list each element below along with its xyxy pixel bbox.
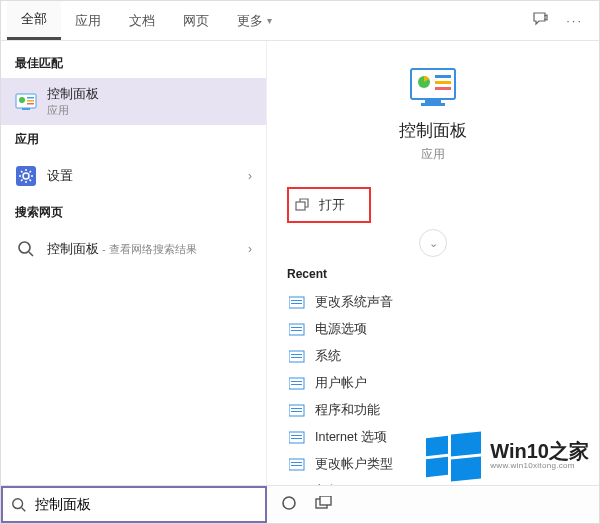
list-item[interactable]: 鼠标: [287, 478, 579, 485]
svg-rect-43: [291, 438, 302, 439]
recent-label: Recent: [287, 267, 579, 281]
svg-rect-28: [291, 303, 302, 304]
svg-rect-34: [291, 357, 302, 358]
svg-rect-33: [291, 354, 302, 355]
svg-rect-40: [291, 411, 302, 412]
best-match-label: 最佳匹配: [1, 49, 266, 78]
cortana-icon[interactable]: [281, 495, 297, 514]
search-icon: [15, 238, 37, 260]
svg-point-55: [283, 497, 295, 509]
svg-rect-22: [435, 87, 451, 90]
svg-rect-21: [435, 81, 451, 84]
svg-rect-41: [289, 432, 304, 443]
feedback-icon[interactable]: [532, 11, 548, 30]
svg-rect-4: [27, 103, 34, 105]
search-web-label: 搜索网页: [1, 198, 266, 227]
gear-icon: [15, 165, 37, 187]
preview-pane: 控制面板 应用 打开 ⌄ Recent 更改系统声音 电源选项 系统 用户帐户 …: [267, 41, 599, 485]
chevron-right-icon: ›: [248, 242, 252, 256]
svg-rect-23: [425, 99, 441, 103]
svg-point-53: [13, 498, 23, 508]
search-box[interactable]: [1, 486, 267, 523]
chevron-down-icon: ⌄: [429, 237, 438, 250]
control-panel-icon: [409, 67, 457, 107]
result-web-search[interactable]: 控制面板 - 查看网络搜索结果 ›: [1, 227, 266, 271]
search-icon: [11, 497, 27, 513]
list-item[interactable]: 程序和功能: [287, 397, 579, 424]
recent-list: 更改系统声音 电源选项 系统 用户帐户 程序和功能 Internet 选项 更改…: [287, 289, 579, 485]
svg-rect-5: [22, 108, 30, 110]
list-item[interactable]: 系统: [287, 343, 579, 370]
svg-point-16: [19, 242, 30, 253]
result-title: 控制面板: [47, 241, 99, 256]
svg-rect-25: [296, 202, 305, 210]
apps-label: 应用: [1, 125, 266, 154]
tab-docs[interactable]: 文档: [115, 1, 169, 40]
search-input[interactable]: [35, 497, 257, 513]
tab-all[interactable]: 全部: [7, 1, 61, 40]
svg-rect-45: [291, 462, 302, 463]
svg-rect-31: [291, 330, 302, 331]
svg-rect-20: [435, 75, 451, 78]
list-item[interactable]: 更改系统声音: [287, 289, 579, 316]
list-item[interactable]: 更改帐户类型: [287, 451, 579, 478]
svg-rect-38: [289, 405, 304, 416]
result-title: 设置: [47, 168, 242, 185]
result-suffix: - 查看网络搜索结果: [99, 243, 197, 255]
task-view-icon[interactable]: [315, 496, 333, 513]
taskbar: [1, 485, 599, 523]
expand-toggle[interactable]: ⌄: [419, 229, 447, 257]
svg-rect-30: [291, 327, 302, 328]
tab-web[interactable]: 网页: [169, 1, 223, 40]
open-button[interactable]: 打开: [287, 187, 371, 223]
svg-line-15: [30, 171, 32, 173]
svg-rect-46: [291, 465, 302, 466]
svg-line-13: [30, 180, 32, 182]
result-subtitle: 应用: [47, 103, 252, 117]
svg-line-14: [21, 180, 23, 182]
svg-rect-42: [291, 435, 302, 436]
svg-rect-3: [27, 100, 34, 102]
svg-rect-36: [291, 381, 302, 382]
list-item[interactable]: 用户帐户: [287, 370, 579, 397]
tab-more[interactable]: 更多 ▾: [223, 1, 286, 40]
list-item[interactable]: Internet 选项: [287, 424, 579, 451]
tab-more-label: 更多: [237, 12, 263, 30]
svg-rect-24: [421, 103, 445, 106]
open-label: 打开: [319, 196, 345, 214]
list-item[interactable]: 电源选项: [287, 316, 579, 343]
svg-rect-27: [291, 300, 302, 301]
svg-rect-39: [291, 408, 302, 409]
chevron-down-icon: ▾: [267, 15, 272, 26]
top-tab-bar: 全部 应用 文档 网页 更多 ▾ ···: [1, 1, 599, 41]
result-title: 控制面板: [47, 86, 252, 103]
svg-rect-26: [289, 297, 304, 308]
result-control-panel[interactable]: 控制面板 应用: [1, 78, 266, 125]
chevron-right-icon: ›: [248, 169, 252, 183]
svg-rect-32: [289, 351, 304, 362]
svg-line-54: [22, 507, 26, 511]
result-settings[interactable]: 设置 ›: [1, 154, 266, 198]
svg-rect-35: [289, 378, 304, 389]
more-options-icon[interactable]: ···: [566, 13, 583, 28]
tab-apps[interactable]: 应用: [61, 1, 115, 40]
svg-line-12: [21, 171, 23, 173]
svg-rect-44: [289, 459, 304, 470]
control-panel-icon: [15, 91, 37, 113]
preview-subtitle: 应用: [287, 146, 579, 163]
svg-line-17: [29, 252, 33, 256]
svg-rect-2: [27, 97, 34, 99]
svg-rect-57: [320, 496, 331, 505]
svg-point-1: [19, 97, 25, 103]
preview-title: 控制面板: [287, 119, 579, 142]
open-icon: [295, 198, 309, 212]
svg-rect-29: [289, 324, 304, 335]
svg-rect-37: [291, 384, 302, 385]
results-left-pane: 最佳匹配 控制面板 应用 应用: [1, 41, 267, 485]
